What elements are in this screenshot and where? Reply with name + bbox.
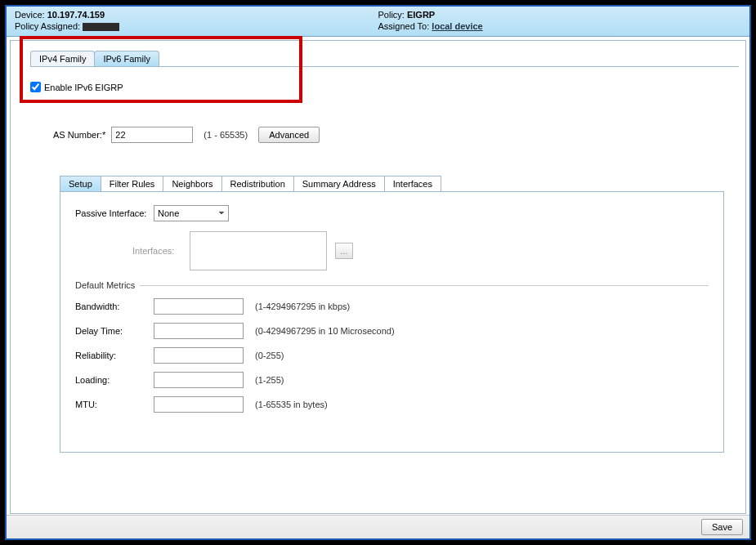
tab-filter-rules[interactable]: Filter Rules [101,176,164,191]
as-number-range: (1 - 65535) [204,130,248,140]
mtu-label: MTU: [75,400,154,409]
sub-tabstrip: Setup Filter Rules Neighbors Redistribut… [60,176,745,191]
assigned-to-link[interactable]: local device [432,21,482,31]
default-metrics-header: Default Metrics [75,280,709,290]
tab-interfaces[interactable]: Interfaces [384,176,441,191]
as-number-input[interactable] [111,127,193,143]
delay-row: Delay Time: (0-4294967295 in 10 Microsec… [75,323,709,339]
as-number-row: AS Number:* (1 - 65535) Advanced [53,127,745,143]
policy-assigned-label: Policy Assigned: [15,21,80,31]
passive-interface-select[interactable]: None [154,205,229,221]
setup-panel: Passive Interface: None Interfaces: ... … [60,191,724,453]
reliability-label: Reliability: [75,351,154,360]
tab-setup[interactable]: Setup [60,176,101,191]
device-label: Device: [15,10,45,20]
enable-ipv6-label[interactable]: Enable IPv6 EIGRP [30,82,123,92]
enable-ipv6-checkbox[interactable] [30,82,41,92]
tab-ipv6-family[interactable]: IPv6 Family [94,51,159,66]
policy-value: EIGRP [407,10,435,20]
interfaces-listbox [190,231,327,270]
mtu-hint: (1-65535 in bytes) [255,400,328,409]
loading-label: Loading: [75,375,154,385]
passive-interface-label: Passive Interface: [75,208,154,218]
bandwidth-input[interactable] [154,298,244,315]
tab-neighbors[interactable]: Neighbors [163,176,221,191]
bandwidth-row: Bandwidth: (1-4294967295 in kbps) [75,298,709,315]
mtu-input[interactable] [154,396,244,413]
interfaces-browse-button[interactable]: ... [335,243,353,259]
loading-hint: (1-255) [255,375,284,385]
as-number-label: AS Number:* [53,130,105,140]
delay-label: Delay Time: [75,326,154,336]
interfaces-row: Interfaces: ... [132,231,709,270]
mtu-row: MTU: (1-65535 in bytes) [75,396,709,413]
tab-summary-address[interactable]: Summary Address [293,176,385,191]
header-bar: Device: 10.197.74.159 Policy Assigned: P… [7,7,749,37]
policy-assigned-value-obscured [83,23,119,31]
delay-hint: (0-4294967295 in 10 Microsecond) [255,326,395,336]
delay-input[interactable] [154,323,244,339]
bandwidth-hint: (1-4294967295 in kbps) [255,302,350,311]
interfaces-label: Interfaces: [132,246,190,256]
tab-redistribution[interactable]: Redistribution [221,176,294,191]
bandwidth-label: Bandwidth: [75,302,154,311]
header-right: Policy: EIGRP Assigned To: local device [378,10,742,33]
enable-ipv6-text: Enable IPv6 EIGRP [44,83,123,92]
main-scroll-area[interactable]: IPv4 Family IPv6 Family Enable IPv6 EIGR… [7,37,749,515]
reliability-hint: (0-255) [255,351,284,360]
assigned-to-label: Assigned To: [378,21,430,31]
content-panel: IPv4 Family IPv6 Family Enable IPv6 EIGR… [10,40,746,514]
footer-bar: Save [7,515,749,538]
reliability-input[interactable] [154,347,244,364]
enable-ipv6-row: Enable IPv6 EIGRP [30,82,745,94]
header-left: Device: 10.197.74.159 Policy Assigned: [15,10,378,33]
save-button[interactable]: Save [701,519,743,535]
default-metrics-rule [140,285,709,286]
loading-input[interactable] [154,372,244,388]
passive-interface-row: Passive Interface: None [75,205,709,221]
reliability-row: Reliability: (0-255) [75,347,709,364]
family-tabstrip: IPv4 Family IPv6 Family [30,51,745,66]
app-frame: Device: 10.197.74.159 Policy Assigned: P… [5,5,751,540]
tab-underline [30,66,739,67]
policy-label: Policy: [378,10,405,20]
device-value: 10.197.74.159 [47,10,105,20]
tab-ipv4-family[interactable]: IPv4 Family [30,51,95,66]
default-metrics-title: Default Metrics [75,280,135,290]
advanced-button[interactable]: Advanced [258,127,320,143]
loading-row: Loading: (1-255) [75,372,709,388]
